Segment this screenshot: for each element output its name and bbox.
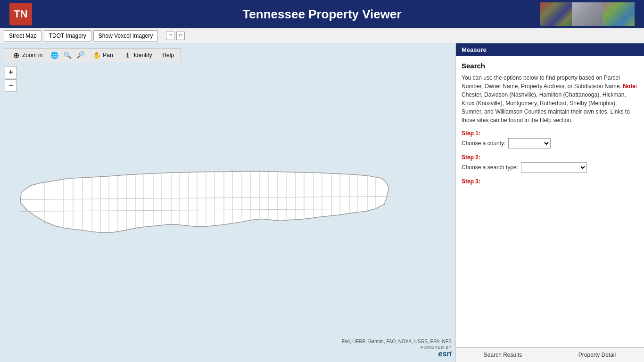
step2-row: Choose a search type: [462,162,638,173]
pan-icon: ✋ [92,51,101,59]
step1-row: Choose a county: [462,138,638,148]
identify-icon: ℹ [124,51,132,59]
step2-label: Step 2: [462,154,638,161]
pan-tool[interactable]: ✋ Pan [90,50,116,60]
county-select[interactable] [508,138,551,148]
globe-icon: 🌐 [50,51,58,59]
esri-logo: POWERED BY esri [342,345,452,358]
step1-label: Step 1: [462,130,638,137]
zoom-in-tool[interactable]: ⊕ Zoom in [9,50,45,60]
toolbar-small-btn-2[interactable]: □ [176,32,185,40]
identify-tool[interactable]: ℹ Identify [121,50,155,60]
zoom-out-button[interactable]: − [5,79,17,91]
measure-panel: Measure [456,43,644,56]
main-content: ⊕ Zoom in 🌐 🔍 🔍 ✋ Pan ℹ Identify Help [0,43,644,362]
search-type-select[interactable] [521,162,587,173]
search-section: Search You can use the options below to … [456,56,644,347]
property-detail-tab[interactable]: Property Detail [550,348,644,362]
toolbar: Street Map TDOT Imagery Show Vexcel Imag… [0,28,644,43]
toolbar-divider [162,31,162,41]
tdot-imagery-button[interactable]: TDOT Imagery [44,30,91,41]
header-imagery [540,2,635,26]
header-title: Tennessee Property Viewer [242,7,401,22]
zoom-icon-1[interactable]: 🔍 [63,51,72,59]
map-zoom-controls: ⊕ Zoom in 🌐 🔍 🔍 ✋ Pan ℹ Identify Help [5,48,181,91]
zoom-in-button[interactable]: + [5,66,17,78]
toolbar-small-btn-1[interactable]: □ [166,32,174,40]
header: TN Tennessee Property Viewer [0,0,644,28]
search-results-tab[interactable]: Search Results [456,348,550,362]
search-description: You can use the options below to find pr… [462,74,638,124]
tennessee-map [17,155,394,251]
bottom-tabs: Search Results Property Detail [456,347,644,362]
attribution-text: Esri, HERE, Garmin, FAO, NOAA, USGS, EPA… [342,339,452,344]
show-vexcel-imagery-button[interactable]: Show Vexcel Imagery [93,30,158,41]
zoom-icon-2[interactable]: 🔍 [76,51,85,59]
tn-logo: TN [9,3,32,25]
search-title: Search [462,62,638,70]
zoom-in-icon: ⊕ [12,51,20,59]
map-attribution: Esri, HERE, Garmin, FAO, NOAA, USGS, EPA… [342,339,452,358]
street-map-button[interactable]: Street Map [4,30,42,41]
right-panel: Measure Search You can use the options b… [455,43,644,362]
map-area[interactable]: ⊕ Zoom in 🌐 🔍 🔍 ✋ Pan ℹ Identify Help [0,43,455,362]
help-tool[interactable]: Help [159,51,177,59]
step3-label: Step 3: [462,178,638,185]
